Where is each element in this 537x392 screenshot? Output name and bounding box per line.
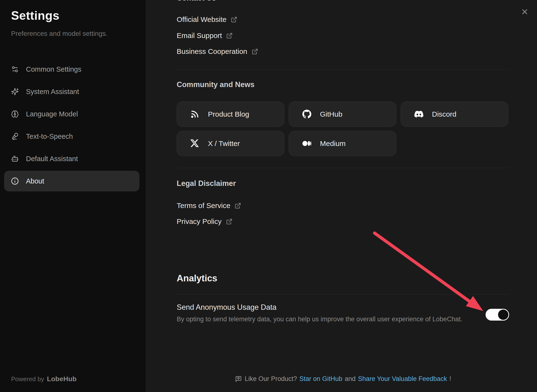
github-button[interactable]: GitHub	[289, 101, 396, 127]
toggle-knob	[498, 310, 508, 320]
external-link-icon	[231, 16, 237, 23]
link-terms-of-service[interactable]: Terms of Service	[177, 200, 241, 211]
section-title-legal: Legal Disclaimer	[177, 179, 236, 188]
sidebar-item-common-settings[interactable]: Common Settings	[4, 59, 139, 80]
link-email-support[interactable]: Email Support	[177, 30, 233, 41]
sidebar-item-label: Common Settings	[26, 65, 81, 73]
sidebar-item-label: About	[26, 177, 44, 185]
sparkles-icon	[11, 88, 19, 95]
sidebar-item-label: Default Assistant	[26, 155, 78, 163]
footer-text: Like Our Product?	[245, 375, 297, 383]
link-business-cooperation[interactable]: Business Cooperation	[177, 46, 258, 57]
close-icon	[521, 8, 529, 16]
lobehub-logo[interactable]: LobeHub	[47, 375, 76, 383]
sidebar-item-label: System Assistant	[26, 88, 79, 96]
sidebar-item-default-assistant[interactable]: Default Assistant	[4, 148, 139, 169]
close-button[interactable]	[519, 6, 530, 17]
link-official-website[interactable]: Official Website	[177, 14, 237, 25]
link-label: Official Website	[177, 15, 226, 24]
telemetry-toggle-description: By opting to send telemetry data, you ca…	[177, 316, 462, 323]
button-label: Discord	[432, 110, 456, 118]
external-link-icon	[235, 202, 241, 209]
sliders-icon	[11, 65, 19, 73]
button-label: X / Twitter	[208, 139, 240, 148]
discord-button[interactable]: Discord	[401, 101, 508, 127]
footer-text: and	[345, 375, 356, 383]
community-buttons: Product Blog GitHub Discord X / Twitter …	[177, 101, 510, 156]
powered-by-text: Powered by	[11, 375, 44, 383]
settings-sidebar: Settings Preferences and model settings.…	[0, 0, 146, 392]
share-feedback-link[interactable]: Share Your Valuable Feedback	[358, 375, 447, 383]
message-heart-icon	[235, 376, 242, 382]
sidebar-item-language-model[interactable]: Language Model	[4, 104, 139, 124]
section-title-analytics: Analytics	[177, 273, 217, 284]
external-link-icon	[226, 218, 232, 225]
telemetry-toggle-label: Send Anonymous Usage Data	[177, 303, 276, 312]
section-title-contact-us: Contact Us	[177, 0, 216, 2]
divider	[177, 294, 510, 294]
link-label: Terms of Service	[177, 202, 230, 210]
link-privacy-policy[interactable]: Privacy Policy	[177, 216, 232, 227]
sidebar-item-about[interactable]: About	[4, 171, 139, 191]
external-link-icon	[226, 32, 233, 39]
divider	[177, 168, 510, 168]
telemetry-toggle[interactable]	[486, 309, 509, 321]
info-icon	[11, 177, 19, 185]
x-twitter-button[interactable]: X / Twitter	[177, 131, 284, 156]
button-label: Medium	[320, 139, 346, 148]
settings-nav: Common Settings System Assistant Languag…	[4, 59, 139, 191]
medium-button[interactable]: Medium	[289, 131, 396, 156]
footer-text: !	[450, 375, 451, 383]
x-logo-icon	[190, 139, 199, 148]
page-title: Settings	[11, 9, 59, 23]
link-label: Privacy Policy	[177, 217, 222, 226]
sidebar-item-system-assistant[interactable]: System Assistant	[4, 81, 139, 102]
sidebar-item-text-to-speech[interactable]: Text-to-Speech	[4, 126, 139, 147]
sidebar-item-label: Language Model	[26, 110, 78, 118]
discord-icon	[414, 110, 423, 119]
brain-icon	[11, 110, 19, 118]
github-icon	[302, 110, 311, 119]
sidebar-item-label: Text-to-Speech	[26, 133, 73, 140]
annotation-arrow	[370, 228, 490, 315]
rss-icon	[190, 110, 199, 119]
page-subtitle: Preferences and model settings.	[11, 30, 108, 38]
powered-by: Powered by LobeHub	[11, 375, 77, 383]
button-label: GitHub	[320, 110, 342, 118]
section-title-community: Community and News	[177, 80, 255, 89]
button-label: Product Blog	[208, 110, 249, 118]
grid-empty-cell	[401, 131, 508, 156]
external-link-icon	[252, 48, 258, 55]
link-label: Email Support	[177, 32, 222, 40]
product-blog-button[interactable]: Product Blog	[177, 101, 284, 127]
divider	[177, 70, 510, 70]
link-label: Business Cooperation	[177, 47, 247, 56]
bot-icon	[11, 155, 19, 163]
mic-icon	[11, 133, 19, 140]
star-on-github-link[interactable]: Star on GitHub	[300, 375, 343, 383]
feedback-footer: Like Our Product? Star on GitHub and Sha…	[177, 375, 510, 383]
medium-icon	[302, 139, 311, 148]
